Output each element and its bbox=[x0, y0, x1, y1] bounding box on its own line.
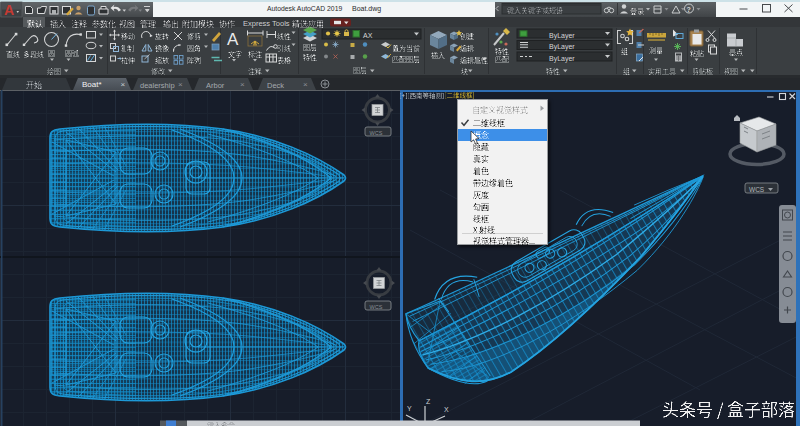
svg-text:A: A bbox=[227, 30, 239, 49]
svg-text:A: A bbox=[4, 2, 14, 18]
